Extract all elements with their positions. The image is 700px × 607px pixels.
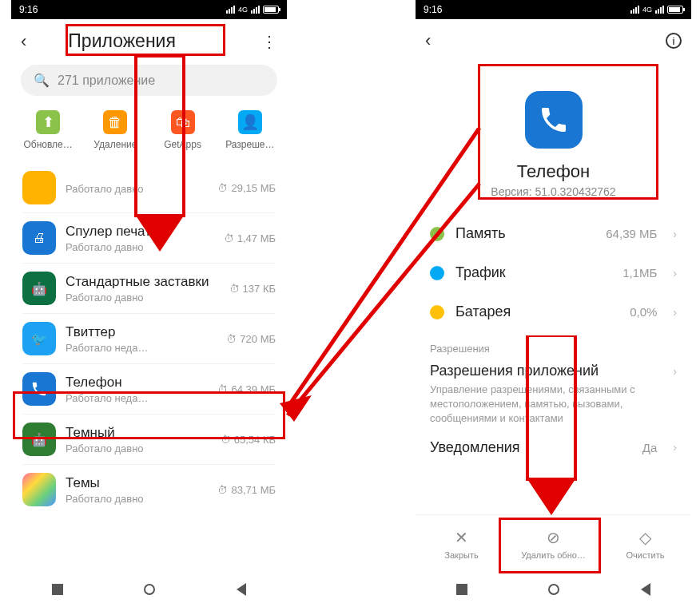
app-hero: Телефон Версия: 51.0.320432762 <box>416 59 691 214</box>
action-button[interactable]: ◇Очистить <box>599 515 691 572</box>
list-item[interactable]: 🖨 Спулер печати Работало давно ⏱ 1,47 МБ <box>11 213 287 263</box>
cat-updates[interactable]: ⬆Обновле… <box>16 110 80 150</box>
clock-icon: ⏱ <box>229 283 240 295</box>
info-icon[interactable]: i <box>666 33 682 49</box>
shield-icon: 👤 <box>238 110 262 134</box>
app-sub: Работало давно <box>66 493 208 505</box>
perm-desc: Управление разрешениями, связанными с ме… <box>416 383 691 434</box>
cat-label: Обновле… <box>23 139 72 150</box>
app-icon <box>22 372 56 406</box>
cat-label: Удаление <box>93 139 137 150</box>
app-sub: Работало давно <box>66 292 220 304</box>
list-item[interactable]: Темы Работало давно ⏱ 83,71 МБ <box>11 465 287 514</box>
clock-icon: ⏱ <box>221 434 231 446</box>
list-item[interactable]: 🐦 Твиттер Работало неда… ⏱ 720 МБ <box>11 314 287 363</box>
detail-value: 0,0% <box>630 305 657 319</box>
trash-icon: 🗑 <box>103 110 127 134</box>
app-size: ⏱ 64,39 МБ <box>217 383 276 395</box>
cat-label: Разреше… <box>225 139 274 150</box>
signal-icon-2 <box>251 6 260 14</box>
app-info: Телефон Работало неда… <box>66 375 208 404</box>
action-button[interactable]: ✕Закрыть <box>416 515 507 572</box>
detail-row[interactable]: Батарея 0,0% › <box>416 292 691 331</box>
page-title: Приложения <box>36 30 252 52</box>
status-bar: 9:16 4G <box>11 0 287 19</box>
cat-permissions[interactable]: 👤Разреше… <box>218 110 282 150</box>
back-icon[interactable]: ‹ <box>425 30 431 51</box>
status-net: 4G <box>642 6 652 14</box>
app-size: ⏱ 83,71 МБ <box>217 484 276 496</box>
status-time: 9:16 <box>424 4 442 15</box>
status-right: 4G <box>226 6 279 14</box>
app-size: ⏱ 29,15 МБ <box>217 182 276 194</box>
detail-label: Память <box>455 225 595 242</box>
detail-row[interactable]: Трафик 1,1МБ › <box>416 253 691 292</box>
app-icon <box>22 171 56 204</box>
clock-icon: ⏱ <box>217 182 228 194</box>
app-info: Спулер печати Работало давно <box>66 224 214 253</box>
list-item[interactable]: 🤖 Стандартные заставки Работало давно ⏱ … <box>11 264 287 313</box>
perm-section: Разрешения <box>416 331 691 359</box>
app-info: Темы Работало давно <box>66 475 208 505</box>
nav-home[interactable] <box>144 584 155 595</box>
nav-recents[interactable] <box>52 584 63 595</box>
nav-recents[interactable] <box>456 584 467 595</box>
category-row: ⬆Обновле… 🗑Удаление 🛍GetApps 👤Разреше… <box>11 107 287 163</box>
status-net: 4G <box>238 6 248 14</box>
detail-value: 64,39 МБ <box>606 227 657 240</box>
detail-icon <box>430 227 444 241</box>
store-icon: 🛍 <box>171 110 195 134</box>
list-item[interactable]: Телефон Работало неда… ⏱ 64,39 МБ <box>11 364 287 414</box>
nav-back[interactable] <box>641 583 650 596</box>
list-item[interactable]: 🤖 Темный Работало давно ⏱ 65,54 КБ <box>11 415 287 464</box>
action-icon: ✕ <box>455 528 468 547</box>
list-item[interactable]: Работало давно ⏱ 29,15 МБ <box>11 163 287 212</box>
chevron-right-icon: › <box>673 228 677 240</box>
app-info: Темный Работало давно <box>66 425 211 454</box>
action-label: Закрыть <box>444 550 478 560</box>
search-icon: 🔍 <box>34 73 50 88</box>
action-bar: ✕Закрыть⊘Удалить обно…◇Очистить <box>416 514 691 572</box>
clock-icon: ⏱ <box>224 232 234 244</box>
detail-list: Память 64,39 МБ › Трафик 1,1МБ › Батарея… <box>416 214 691 331</box>
signal-icon-2 <box>655 6 664 14</box>
cat-delete[interactable]: 🗑Удаление <box>83 110 147 150</box>
action-button[interactable]: ⊘Удалить обно… <box>507 515 599 572</box>
app-list[interactable]: Работало давно ⏱ 29,15 МБ🖨 Спулер печати… <box>11 163 287 514</box>
action-icon: ⊘ <box>547 528 560 547</box>
more-icon[interactable]: ⋮ <box>261 32 277 51</box>
app-name: Темный <box>66 425 211 441</box>
perm-title: Разрешения приложений <box>430 363 657 379</box>
app-sub: Работало неда… <box>66 392 208 404</box>
perm-row[interactable]: Разрешения приложений › <box>416 359 691 383</box>
chevron-right-icon: › <box>673 441 677 454</box>
back-icon[interactable]: ‹ <box>21 31 26 52</box>
signal-icon <box>630 6 639 14</box>
battery-icon <box>667 6 683 14</box>
app-size: ⏱ 720 МБ <box>226 333 276 345</box>
nav-back[interactable] <box>237 583 246 596</box>
cat-getapps[interactable]: 🛍GetApps <box>151 110 215 150</box>
search-input[interactable]: 🔍 271 приложение <box>21 65 277 96</box>
detail-icon <box>430 266 444 280</box>
app-name: Телефон <box>66 375 208 391</box>
app-sub: Работало давно <box>66 183 208 195</box>
app-icon: 🤖 <box>22 423 56 456</box>
app-icon: 🖨 <box>22 221 56 255</box>
hero-version: Версия: 51.0.320432762 <box>491 185 615 198</box>
status-time: 9:16 <box>19 4 38 15</box>
notif-row[interactable]: Уведомления Да › <box>416 434 691 467</box>
app-icon <box>22 473 56 506</box>
notif-val: Да <box>642 441 658 454</box>
app-icon: 🐦 <box>22 322 56 355</box>
battery-icon <box>263 6 279 14</box>
detail-value: 1,1МБ <box>622 266 657 280</box>
app-info: Работало давно <box>66 181 208 195</box>
chevron-right-icon: › <box>673 306 677 319</box>
nav-home[interactable] <box>548 584 559 595</box>
app-sub: Работало неда… <box>66 342 217 354</box>
app-name: Стандартные заставки <box>66 274 220 290</box>
detail-label: Батарея <box>455 304 618 320</box>
detail-row[interactable]: Память 64,39 МБ › <box>416 214 691 253</box>
nav-bar <box>416 572 691 607</box>
